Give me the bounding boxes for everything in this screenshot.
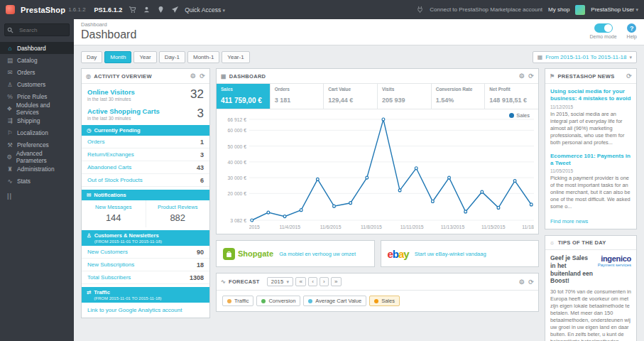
active-carts-link[interactable]: Active Shopping Carts (87, 107, 197, 115)
ebay-promo-link[interactable]: Start uw eBay-winkel vandaag (415, 251, 486, 257)
sidebar-item-modules[interactable]: ❖ Modules and Services (0, 102, 74, 114)
refresh-icon[interactable]: ⟳ (626, 72, 632, 80)
search-input[interactable] (4, 23, 70, 36)
forecast-year-select[interactable]: 2015 ▾ (267, 277, 294, 286)
sidebar-item-administration[interactable]: ♜ Administration (0, 163, 74, 175)
new-subscriptions-link[interactable]: New Subscriptions (87, 261, 134, 268)
my-shop-link[interactable]: My shop (548, 6, 569, 13)
google-analytics-link[interactable]: Link to your Google Analytics account (82, 303, 209, 318)
sidebar-item-label: Advanced Parameters (16, 150, 67, 164)
kpi-conversion-rate[interactable]: Conversion Rate 1.54% (432, 84, 486, 109)
shopgate-promo-link[interactable]: Ga mobiel en verhoog uw omzet (279, 251, 356, 257)
tab-year[interactable]: Year (133, 51, 156, 63)
y-axis-label: 30 000 € (228, 175, 246, 180)
kpi-net-profit[interactable]: Net Profit 148 918,51 € (485, 84, 538, 109)
kpi-orders[interactable]: Orders 3 181 (271, 84, 324, 109)
next-button[interactable]: › (320, 277, 329, 286)
sidebar-item-label: Catalog (17, 57, 38, 64)
sidebar-item-price-rules[interactable]: % Price Rules (0, 90, 74, 102)
sales-data-point (497, 206, 500, 209)
ebay-letter: y (403, 248, 408, 260)
refresh-icon[interactable]: ⟳ (528, 278, 534, 286)
user-menu[interactable]: PrestaShop User ▾ (591, 6, 638, 13)
forecast-icon: ∿ (221, 278, 226, 285)
out-of-stock-link[interactable]: Out of Stock Products (87, 177, 143, 183)
first-page-button[interactable]: « (295, 277, 306, 286)
y-axis-label: 50 000 € (228, 144, 246, 148)
news-title-link[interactable]: Ecommerce 101: Payments in a Tweet (550, 153, 631, 168)
previous-button[interactable]: ‹ (308, 277, 317, 286)
total-subscribers-link[interactable]: Total Subscribers (87, 274, 131, 281)
marketplace-link[interactable]: Connect to PrestaShop Marketplace accoun… (430, 6, 542, 13)
quick-access-menu[interactable]: Quick Access ▾ (185, 6, 225, 13)
help-icon[interactable]: ? (627, 23, 636, 33)
news-title-link[interactable]: Using social media for your business: 4 … (550, 88, 631, 103)
refresh-icon[interactable]: ⟳ (528, 72, 534, 80)
prestashop-logo[interactable]: PrestaShop (21, 6, 65, 14)
gear-icon[interactable]: ⚙ (190, 72, 196, 80)
sidebar-item-catalog[interactable]: ▤ Catalog (0, 54, 74, 66)
tab-month-1[interactable]: Month-1 (187, 51, 219, 63)
orders-value: 1 (200, 139, 204, 146)
new-messages-cell[interactable]: New Messages 144 (82, 200, 146, 227)
ebay-letter: b (393, 248, 398, 260)
product-reviews-cell[interactable]: Product Reviews 882 (146, 200, 210, 227)
sidebar-item-orders[interactable]: ✉ Orders (0, 66, 74, 78)
ebay-letter: e (388, 248, 393, 260)
search-icon (7, 27, 13, 33)
sidebar-item-label: Price Rules (17, 93, 47, 100)
dashboard-panel-title: DASHBOARD (229, 73, 266, 80)
kpi-sales[interactable]: Sales 411 759,00 € (217, 84, 271, 109)
online-visitors-link[interactable]: Online Visitors (87, 88, 190, 96)
sidebar-item-preferences[interactable]: ⚒ Preferences (0, 139, 74, 151)
ebay-promo[interactable]: ebay Start uw eBay-winkel vandaag (381, 240, 540, 267)
sidebar-item-shipping[interactable]: ⇶ Shipping (0, 114, 74, 126)
tab-month[interactable]: Month (104, 51, 131, 63)
kpi-label: Net Profit (489, 87, 534, 92)
news-date: 11/05/2015 (550, 168, 631, 173)
user-name-label: PrestaShop User (591, 6, 634, 13)
returns-link[interactable]: Return/Exchanges (87, 151, 134, 158)
refresh-icon[interactable]: ⟳ (200, 72, 205, 80)
online-visitors-value: 32 (190, 87, 204, 102)
pin-icon[interactable] (156, 6, 165, 14)
gear-icon[interactable]: ⚙ (519, 72, 525, 80)
find-more-news-link[interactable]: Find more news (550, 218, 588, 224)
chart-legend[interactable]: Sales (509, 112, 530, 119)
forecast-toggle-sales[interactable]: Sales (369, 296, 400, 306)
kpi-visits[interactable]: Visits 205 939 (378, 84, 432, 109)
date-range-picker[interactable]: ▦ From 2015-11-01 To 2015-11-18 ▾ (533, 51, 637, 63)
topbar: PrestaShop 1.6.1.2 PS1.6.1.2 Quick Acces… (0, 0, 644, 19)
shopgate-promo[interactable]: Shopgate Ga mobiel en verhoog uw omzet (216, 240, 375, 267)
tab-day[interactable]: Day (81, 51, 102, 63)
sidebar-item-advanced-parameters[interactable]: ⚙ Advanced Parameters (0, 151, 74, 163)
sidebar-item-dashboard[interactable]: ⌂ Dashboard (0, 42, 74, 54)
tab-year-1[interactable]: Year-1 (222, 51, 249, 63)
modules-icon: ❖ (6, 105, 13, 112)
forecast-toggle-label: Conversion (268, 298, 295, 304)
kpi-cart-value[interactable]: Cart Value 129,44 € (324, 84, 378, 109)
forecast-toggle-average-cart-value[interactable]: Average Cart Value (303, 296, 366, 306)
new-customers-value: 90 (197, 249, 204, 256)
sidebar-collapse-button[interactable]: || (0, 187, 74, 205)
product-reviews-value: 882 (148, 212, 209, 223)
sidebar-item-stats[interactable]: ∿ Stats (0, 175, 74, 187)
gear-icon[interactable]: ⚙ (519, 278, 525, 286)
cart-icon[interactable] (128, 6, 136, 14)
plane-icon[interactable] (170, 6, 179, 14)
tab-day-1[interactable]: Day-1 (159, 51, 185, 63)
chevron-down-icon: ▾ (629, 55, 632, 60)
demo-mode-toggle[interactable] (594, 23, 613, 33)
last-page-button[interactable]: » (331, 277, 342, 286)
customers-icon: ♙ (87, 232, 92, 239)
forecast-toggle-conversion[interactable]: Conversion (256, 296, 300, 306)
sidebar-item-customers[interactable]: ♙ Customers (0, 78, 74, 90)
sidebar-item-localization[interactable]: ⚐ Localization (0, 126, 74, 139)
abandoned-carts-link[interactable]: Abandoned Carts (87, 164, 131, 170)
customer-icon[interactable] (142, 6, 151, 14)
new-customers-link[interactable]: New Customers (87, 249, 128, 255)
shop-name-link[interactable]: PS1.6.1.2 (94, 6, 123, 13)
forecast-toggle-traffic[interactable]: Traffic (222, 296, 253, 306)
sales-data-point (251, 219, 253, 222)
orders-link[interactable]: Orders (87, 139, 104, 145)
